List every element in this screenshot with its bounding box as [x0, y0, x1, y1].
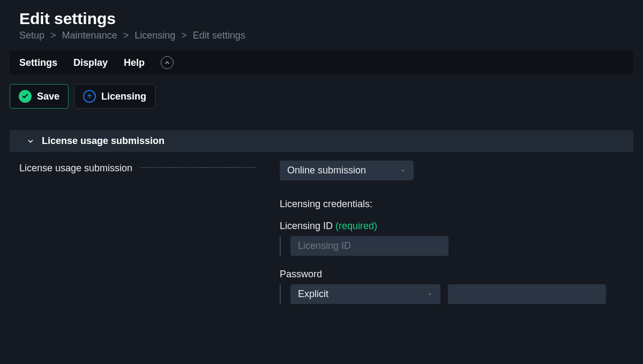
section-title: License usage submission: [42, 135, 165, 147]
select-value: Online submission: [287, 165, 366, 176]
section-license-usage: License usage submission License usage s…: [0, 130, 643, 304]
breadcrumb-item[interactable]: Licensing: [134, 30, 175, 41]
menu-settings[interactable]: Settings: [19, 57, 57, 69]
password-input[interactable]: [448, 284, 606, 304]
save-button-label: Save: [37, 91, 59, 102]
licensing-button[interactable]: Licensing: [74, 84, 155, 109]
chevron-down-icon: [27, 138, 34, 145]
chevron-up-icon: [164, 59, 170, 66]
save-button[interactable]: Save: [10, 84, 69, 109]
caret-down-icon: [400, 168, 406, 174]
breadcrumb-sep: >: [50, 30, 56, 41]
dotted-divider: [140, 167, 255, 168]
menubar: Settings Display Help: [10, 51, 633, 74]
arrow-up-icon: [83, 90, 96, 103]
breadcrumb-item[interactable]: Setup: [19, 30, 44, 41]
collapse-menubar-button[interactable]: [161, 56, 174, 69]
section-header[interactable]: License usage submission: [10, 130, 633, 152]
submission-type-select[interactable]: Online submission: [280, 161, 414, 180]
credentials-heading: Licensing credentials:: [280, 199, 624, 210]
action-row: Save Licensing: [10, 84, 633, 109]
licensing-button-label: Licensing: [101, 91, 146, 102]
page-title: Edit settings: [10, 10, 633, 28]
select-value: Explicit: [298, 289, 328, 300]
password-label: Password: [280, 269, 624, 280]
form-label: License usage submission: [19, 163, 132, 174]
breadcrumb-item[interactable]: Maintenance: [62, 30, 117, 41]
menu-display[interactable]: Display: [73, 57, 108, 69]
breadcrumb: Setup > Maintenance > Licensing > Edit s…: [10, 30, 633, 41]
required-marker: (required): [335, 221, 377, 231]
menu-help[interactable]: Help: [124, 57, 145, 69]
licensing-id-input[interactable]: [290, 236, 448, 256]
breadcrumb-item[interactable]: Edit settings: [193, 30, 245, 41]
check-icon: [19, 90, 32, 103]
form-row-submission: License usage submission Online submissi…: [19, 161, 624, 304]
caret-down-icon: [427, 291, 433, 298]
licensing-id-label: Licensing ID (required): [280, 221, 624, 232]
password-type-select[interactable]: Explicit: [290, 284, 440, 304]
breadcrumb-sep: >: [181, 30, 187, 41]
breadcrumb-sep: >: [123, 30, 129, 41]
